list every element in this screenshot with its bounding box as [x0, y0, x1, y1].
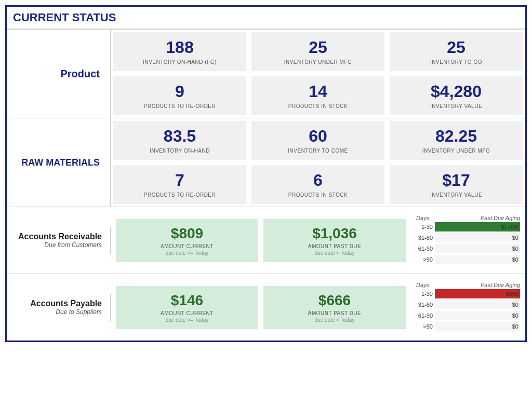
ar-pastdue-value: $1,036: [312, 225, 357, 242]
ap-aging-header: Days Past Due Aging: [416, 282, 520, 288]
product-label: Product: [60, 68, 100, 80]
ap-aging-value-0: $666: [506, 291, 518, 297]
product-value-0: 188: [166, 38, 193, 57]
ap-pastdue-label: AMOUNT PAST DUE: [308, 310, 362, 316]
ap-aging-bar-container-3: $0: [435, 322, 520, 331]
ap-aging-row-3: >90 $0: [416, 322, 520, 331]
ar-aging-range-3: >90: [416, 256, 433, 263]
ar-aging-row-3: >90 $0: [416, 255, 520, 264]
dashboard-title: CURRENT STATUS: [13, 11, 519, 24]
ap-metrics: $146 AMOUNT CURRENT due date >= Today $6…: [111, 286, 411, 329]
product-section: Product 188 INVENTORY ON-HAND (FG) 25 IN…: [7, 30, 525, 118]
ap-aging-range-2: 61-90: [416, 312, 433, 319]
ar-sublabel: Due from Customers: [44, 241, 102, 249]
raw-label-5: INVENTORY VALUE: [430, 192, 482, 198]
ap-aging-row-0: 1-30 $666: [416, 289, 520, 298]
ar-pastdue-label: AMOUNT PAST DUE: [308, 243, 362, 249]
ar-aging-range-2: 61-90: [416, 246, 433, 252]
product-label-1: INVENTORY UNDER MFG: [284, 59, 352, 65]
raw-value-1: 60: [309, 127, 327, 145]
ap-aging-row-2: 61-90 $0: [416, 311, 520, 320]
ar-aging-range-1: 31-60: [416, 235, 433, 241]
ar-aging-row-0: 1-30 $1,036: [416, 222, 520, 231]
dashboard: CURRENT STATUS Product 188 INVENTORY ON-…: [5, 5, 527, 342]
product-metric-1: 25 INVENTORY UNDER MFG: [251, 32, 384, 71]
ar-current-card: $809 AMOUNT CURRENT due date >= Today: [116, 219, 258, 262]
raw-label-4: PRODUCTS IN STOCK: [288, 192, 348, 198]
raw-label: RAW MATERIALS: [21, 157, 100, 168]
ap-aging-bar-container-2: $0: [435, 311, 520, 320]
ap-pastdue-due: due date < Today: [315, 317, 355, 323]
product-metric-4: 14 PRODUCTS IN STOCK: [251, 76, 384, 115]
raw-value-0: 83.5: [164, 127, 196, 145]
product-label-0: INVENTORY ON-HAND (FG): [143, 59, 217, 65]
product-label-2: INVENTORY TO GO: [430, 59, 482, 65]
ap-aging-bar-container-0: $666: [435, 289, 520, 298]
raw-value-2: 82.25: [435, 127, 477, 145]
ar-aging-row-2: 61-90 $0: [416, 244, 520, 253]
raw-metric-2: 82.25 INVENTORY UNDER MFG: [390, 121, 523, 160]
ap-current-due: due date >= Today: [166, 317, 209, 323]
product-value-4: 14: [309, 83, 327, 101]
ar-section: Accounts Receivable Due from Customers $…: [7, 207, 525, 274]
raw-label-container: RAW MATERIALS: [7, 118, 111, 207]
product-metric-2: 25 INVENTORY TO GO: [390, 32, 523, 71]
product-value-5: $4,280: [431, 83, 482, 101]
ar-pastdue-due: due date < Today: [315, 250, 355, 256]
ap-aging-title: Past Due Aging: [481, 282, 520, 288]
raw-metric-1: 60 INVENTORY TO COME: [251, 121, 384, 160]
ap-label: Accounts Payable: [30, 299, 102, 308]
ap-pastdue-card: $666 AMOUNT PAST DUE due date < Today: [263, 286, 406, 329]
product-value-3: 9: [175, 83, 184, 101]
product-metrics-grid: 188 INVENTORY ON-HAND (FG) 25 INVENTORY …: [111, 30, 525, 118]
raw-label-2: INVENTORY UNDER MFG: [422, 148, 490, 154]
ar-aging-bar-container-0: $1,036: [435, 222, 520, 231]
dashboard-header: CURRENT STATUS: [7, 7, 525, 30]
ar-aging-chart: Days Past Due Aging 1-30 $1,036 31-60 $0…: [411, 212, 525, 268]
product-label-container: Product: [7, 30, 111, 118]
ar-aging-value-1: $0: [512, 235, 518, 241]
raw-value-4: 6: [313, 171, 323, 189]
ap-aging-bar-container-1: $0: [435, 300, 520, 309]
raw-value-5: $17: [442, 171, 470, 189]
ap-section: Accounts Payable Due to Suppliers $146 A…: [7, 274, 525, 340]
raw-metric-4: 6 PRODUCTS IN STOCK: [251, 165, 384, 204]
ar-aging-title: Past Due Aging: [481, 215, 520, 221]
ap-label-container: Accounts Payable Due to Suppliers: [7, 294, 111, 321]
ap-sublabel: Due to Suppliers: [56, 308, 102, 316]
ap-aging-range-1: 31-60: [416, 302, 433, 308]
raw-metric-0: 83.5 INVENTORY ON-HAND: [113, 121, 246, 160]
ap-aging-row-1: 31-60 $0: [416, 300, 520, 309]
product-label-5: INVENTORY VALUE: [430, 103, 482, 109]
raw-label-1: INVENTORY TO COME: [288, 148, 348, 154]
ar-aging-bar-container-3: $0: [435, 255, 520, 264]
ar-aging-days-label: Days: [416, 215, 429, 221]
ap-aging-days-label: Days: [416, 282, 429, 288]
product-value-2: 25: [447, 38, 466, 57]
raw-materials-section: RAW MATERIALS 83.5 INVENTORY ON-HAND 60 …: [7, 118, 525, 207]
ar-current-due: due date >= Today: [166, 250, 209, 256]
product-label-4: PRODUCTS IN STOCK: [288, 103, 348, 109]
raw-value-3: 7: [175, 171, 184, 189]
raw-metric-5: $17 INVENTORY VALUE: [390, 165, 523, 204]
ar-pastdue-card: $1,036 AMOUNT PAST DUE due date < Today: [263, 219, 406, 262]
raw-metrics-grid: 83.5 INVENTORY ON-HAND 60 INVENTORY TO C…: [111, 118, 525, 207]
raw-label-0: INVENTORY ON-HAND: [150, 148, 210, 154]
raw-label-3: PRODUCTS TO RE-ORDER: [144, 192, 216, 198]
ar-aging-value-2: $0: [512, 246, 518, 252]
ar-aging-bar-container-2: $0: [435, 244, 520, 253]
ap-aging-value-2: $0: [512, 312, 518, 319]
product-metric-3: 9 PRODUCTS TO RE-ORDER: [113, 76, 246, 115]
product-metric-0: 188 INVENTORY ON-HAND (FG): [113, 32, 246, 71]
ar-aging-range-0: 1-30: [416, 224, 433, 230]
ar-metrics: $809 AMOUNT CURRENT due date >= Today $1…: [111, 219, 411, 262]
product-metric-5: $4,280 INVENTORY VALUE: [390, 76, 523, 115]
product-label-3: PRODUCTS TO RE-ORDER: [144, 103, 216, 109]
ar-aging-value-3: $0: [512, 256, 518, 263]
ap-aging-range-3: >90: [416, 323, 433, 330]
ap-aging-value-3: $0: [512, 323, 518, 330]
ar-aging-bar-container-1: $0: [435, 233, 520, 242]
ap-aging-value-1: $0: [512, 302, 518, 308]
raw-metric-3: 7 PRODUCTS TO RE-ORDER: [113, 165, 246, 204]
ap-aging-chart: Days Past Due Aging 1-30 $666 31-60 $0 6…: [411, 279, 525, 335]
